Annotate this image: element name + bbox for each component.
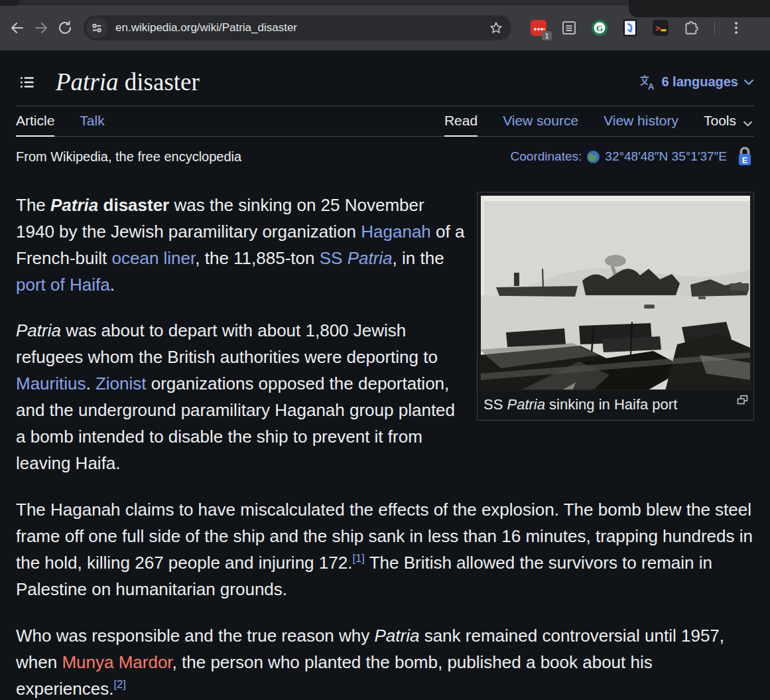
wiki-link[interactable]: Patria [348,248,393,268]
text-segment: Patria [50,195,98,215]
document-lines-icon [561,20,577,36]
figure-caption: SS Patria sinking in Haifa port [483,395,677,413]
extension-terminal-button[interactable]: > [652,19,669,36]
text-segment: , the 11,885-ton [195,248,319,268]
star-icon [489,21,503,35]
languages-label: 6 languages [661,74,738,90]
extension-reader-button[interactable] [560,19,578,36]
wiki-link[interactable]: Zionist [96,374,147,393]
inactive-tab-edge[interactable] [629,0,770,17]
browser-tab-strip [0,0,770,5]
lock-extension-icon[interactable]: E [736,145,754,168]
tools-chevron-icon[interactable] [743,120,753,136]
enlarge-icon[interactable] [736,394,749,407]
languages-button[interactable]: A 6 languages [639,74,754,91]
grammarly-icon: G [591,19,608,36]
text-segment: Who was responsible and the true reason … [16,626,375,646]
article-tab-bar: Article Talk Read View source View histo… [16,106,754,137]
text-segment: SS [483,396,507,413]
text-segment: Patria [507,396,545,413]
wiki-link[interactable]: ocean liner [112,248,196,268]
extension-red-button[interactable]: 1 [530,19,547,36]
svg-text:E: E [742,155,748,165]
paragraph-2: Patria was about to depart with about 1,… [16,317,465,476]
back-button[interactable] [5,16,29,40]
reference-link[interactable]: [1] [352,552,364,565]
kebab-icon [730,21,743,35]
text-segment: . [86,374,95,393]
site-info-button[interactable] [86,17,107,38]
extension-badge: 1 [542,31,552,40]
tab-read[interactable]: Read [444,113,478,136]
url-text[interactable]: en.wikipedia.org/wiki/Patria_disaster [115,21,297,35]
article-body: The Patria disaster was the sinking on 2… [16,192,754,700]
paragraph-4: Who was responsible and the true reason … [16,622,754,700]
language-icon: A [639,74,656,91]
bookmark-button[interactable] [489,21,503,35]
body-text-full-width: The Haganah claims to have miscalculated… [16,496,754,700]
wiki-link[interactable]: Haganah [361,222,431,242]
wiki-link[interactable]: Mauritius [16,374,86,393]
text-segment: Patria [16,320,61,340]
wiki-link[interactable]: SS [320,248,348,268]
globe-icon [586,150,600,164]
terminal-icon: > [652,19,669,36]
tune-icon [90,21,104,35]
infobox-thumbnail: SS Patria sinking in Haifa port [477,192,754,421]
reload-button[interactable] [53,16,77,40]
extension-redirect-button[interactable] [621,19,639,36]
toolbar-divider [714,21,715,35]
tab-tools[interactable]: Tools [704,113,736,136]
lead-text-column: The Patria disaster was the sinking on 2… [16,192,465,476]
red-link[interactable]: Munya Mardor [62,652,172,672]
svg-text:G: G [596,23,603,33]
bulleted-list-icon [19,74,36,91]
browser-menu-button[interactable] [724,16,748,40]
tab-view-history[interactable]: View history [604,113,678,136]
text-segment: was about to depart with about 1,800 Jew… [16,320,438,367]
svg-text:A: A [648,81,655,91]
text-segment: , in the [393,248,444,268]
tab-view-source[interactable]: View source [503,113,578,136]
text-segment: disaster [98,195,169,215]
back-icon [9,20,25,36]
extension-grammarly-button[interactable]: G [591,19,608,36]
article-header: Patria disaster A 6 languages [16,50,754,106]
languages-chevron-icon [743,78,754,86]
svg-text:>: > [655,24,661,34]
tab-corner-left [0,0,20,6]
text-segment: sinking in Haifa port [545,396,677,413]
paragraph-3: The Haganah claims to have miscalculated… [16,496,754,602]
address-bar[interactable]: en.wikipedia.org/wiki/Patria_disaster [84,15,511,40]
text-segment: disaster [119,68,200,96]
byline-text: From Wikipedia, the free encyclopedia [16,149,241,165]
tab-talk[interactable]: Talk [80,113,104,136]
coordinates-label[interactable]: Coordinates: [511,149,582,164]
paragraph-1: The Patria disaster was the sinking on 2… [16,192,465,298]
ship-photo[interactable] [480,194,751,391]
extensions-row: 1 G > [530,19,700,36]
wiki-link[interactable]: port of Haifa [16,275,110,295]
text-segment: The [16,195,50,215]
tab-article[interactable]: Article [16,113,54,136]
coordinates-value[interactable]: 32°48′48″N 35°1′37″E [605,149,727,164]
text-segment: Patria [56,68,119,96]
forward-button[interactable] [29,16,53,40]
page-arrow-icon [622,19,638,36]
reload-icon [57,20,73,36]
page-title: Patria disaster [56,68,200,96]
text-segment: Patria [375,626,420,646]
extensions-menu-button[interactable] [682,19,700,36]
reference-link[interactable]: [2] [113,678,125,691]
forward-icon [33,20,49,36]
wikipedia-page: Patria disaster A 6 languages Article Ta… [0,50,770,700]
text-segment: . [110,275,115,295]
byline-row: From Wikipedia, the free encyclopedia Co… [16,145,754,168]
puzzle-icon [682,19,700,36]
toc-button[interactable] [16,71,38,94]
